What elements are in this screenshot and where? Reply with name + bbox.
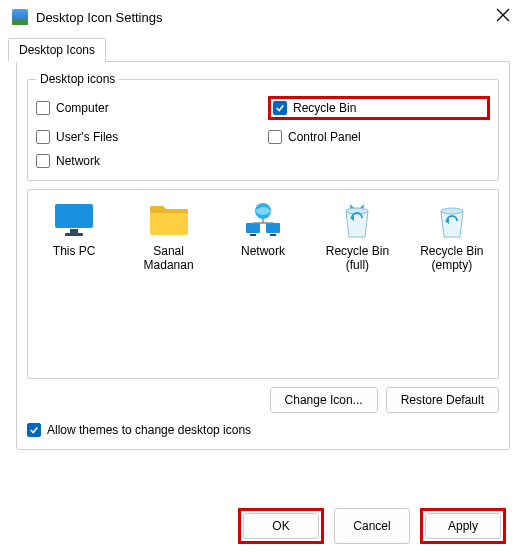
tab-panel: Desktop icons Computer Recycle Bin User'… [16,61,510,450]
checkbox-label: Network [56,154,100,168]
recycle-bin-full-icon [333,200,381,240]
ok-button[interactable]: OK [243,513,319,539]
checkbox-network[interactable]: Network [36,154,258,168]
checkbox-users-files[interactable]: User's Files [36,130,258,144]
icon-user-folder[interactable]: Sanal Madanan [132,200,204,273]
fieldset-legend: Desktop icons [36,72,119,86]
network-icon [239,200,287,240]
svg-rect-3 [70,229,78,233]
recycle-bin-empty-icon [428,200,476,240]
checkbox-label: Allow themes to change desktop icons [47,423,251,437]
svg-rect-2 [55,204,93,228]
svg-point-14 [441,208,463,214]
checkbox-box [273,101,287,115]
checkbox-box [36,154,50,168]
icon-label: Recycle Bin (empty) [416,244,488,273]
restore-default-button[interactable]: Restore Default [386,387,499,413]
change-icon-button[interactable]: Change Icon... [270,387,378,413]
icon-preview-list[interactable]: This PC Sanal Madanan Network Recycle Bi… [27,189,499,379]
svg-rect-4 [65,233,83,236]
folder-icon [145,200,193,240]
tab-desktop-icons[interactable]: Desktop Icons [8,38,106,62]
svg-rect-9 [270,234,276,236]
checkbox-label: Control Panel [288,130,361,144]
titlebar: Desktop Icon Settings [0,0,526,34]
checkbox-label: Recycle Bin [293,101,356,115]
icon-recycle-full[interactable]: Recycle Bin (full) [321,200,393,273]
checkbox-box [27,423,41,437]
window-title: Desktop Icon Settings [36,10,162,25]
app-icon [12,9,28,25]
icon-network[interactable]: Network [227,200,299,258]
cancel-button[interactable]: Cancel [334,508,410,544]
icon-this-pc[interactable]: This PC [38,200,110,258]
close-icon[interactable] [492,8,514,26]
highlight-apply: Apply [420,508,506,544]
highlight-recycle-bin: Recycle Bin [268,96,490,120]
icon-label: This PC [38,244,110,258]
icon-label: Sanal Madanan [132,244,204,273]
icon-label: Network [227,244,299,258]
checkbox-allow-themes[interactable]: Allow themes to change desktop icons [27,421,499,439]
monitor-icon [50,200,98,240]
highlight-ok: OK [238,508,324,544]
desktop-icons-fieldset: Desktop icons Computer Recycle Bin User'… [27,72,499,181]
svg-rect-8 [250,234,256,236]
checkbox-box [268,130,282,144]
icon-label: Recycle Bin (full) [321,244,393,273]
checkbox-control-panel[interactable]: Control Panel [268,130,490,144]
checkbox-label: Computer [56,101,109,115]
svg-rect-6 [246,223,260,233]
checkbox-box [36,101,50,115]
checkbox-label: User's Files [56,130,118,144]
checkbox-computer[interactable]: Computer [36,96,258,120]
checkbox-box [36,130,50,144]
apply-button[interactable]: Apply [425,513,501,539]
svg-rect-7 [266,223,280,233]
dialog-button-bar: OK Cancel Apply [0,508,526,544]
checkbox-recycle-bin[interactable]: Recycle Bin [273,101,481,115]
icon-recycle-empty[interactable]: Recycle Bin (empty) [416,200,488,273]
